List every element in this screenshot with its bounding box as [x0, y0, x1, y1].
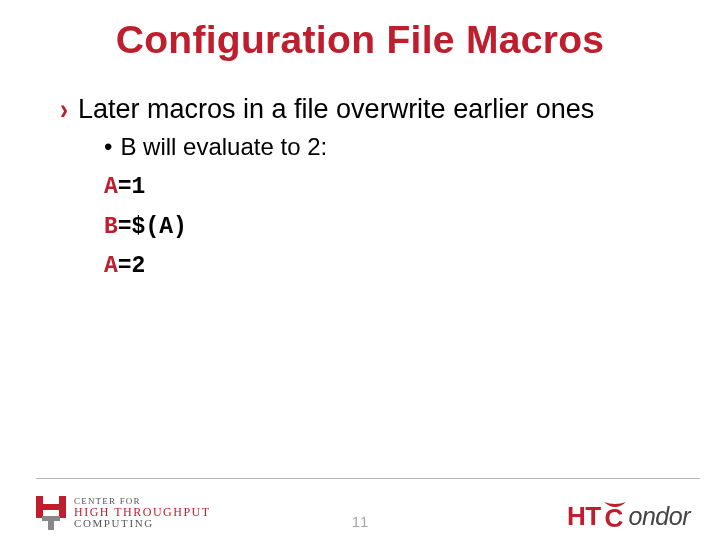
chevron-right-icon: › [60, 89, 68, 130]
slide-title: Configuration File Macros [0, 0, 720, 62]
code-block: A=1 B=$(A) A=2 [60, 170, 680, 285]
code-rest: =1 [118, 174, 146, 200]
slide: Configuration File Macros › Later macros… [0, 0, 720, 540]
code-line: A=1 [104, 170, 680, 206]
htcondor-logo: HT C ondor [567, 501, 690, 532]
bullet-2-text: B will evaluate to 2: [120, 132, 327, 162]
code-rest: =$(A) [118, 214, 187, 240]
code-rest: =2 [118, 253, 146, 279]
code-line: B=$(A) [104, 210, 680, 246]
code-keyword: B [104, 214, 118, 240]
footer: CENTER FOR HIGH THROUGHPUT COMPUTING 11 … [0, 478, 720, 540]
bullet-1-text: Later macros in a file overwrite earlier… [78, 92, 594, 126]
htcondor-c: C [605, 503, 623, 534]
divider [36, 478, 700, 479]
code-keyword: A [104, 253, 118, 279]
htcondor-ondor: ondor [629, 502, 690, 531]
slide-body: › Later macros in a file overwrite earli… [0, 62, 720, 285]
code-line: A=2 [104, 249, 680, 285]
bullet-dot-icon: • [104, 132, 112, 162]
bullet-level-1: › Later macros in a file overwrite earli… [60, 92, 680, 126]
htcondor-ht: HT [567, 501, 601, 532]
code-keyword: A [104, 174, 118, 200]
bullet-level-2: • B will evaluate to 2: [60, 132, 680, 162]
htcondor-c-mark-icon: C [602, 502, 628, 532]
